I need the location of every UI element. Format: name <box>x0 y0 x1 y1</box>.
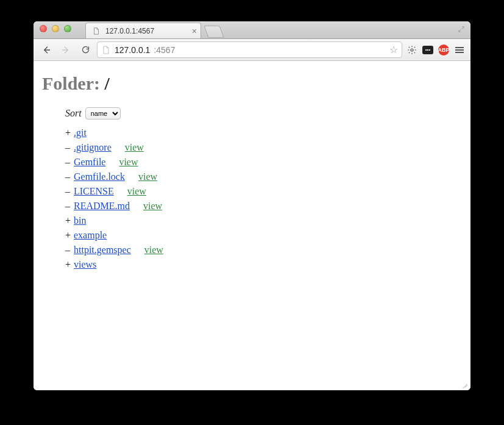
reload-icon <box>81 45 90 54</box>
type-symbol: – <box>65 140 74 155</box>
forward-button[interactable] <box>58 42 74 58</box>
type-symbol: + <box>65 126 74 140</box>
page-content: Folder: / Sort name +.git–.gitignoreview… <box>34 61 470 390</box>
file-link[interactable]: Gemfile <box>74 157 105 167</box>
file-link[interactable]: .gitignore <box>74 142 112 152</box>
resize-handle[interactable] <box>460 379 468 388</box>
sort-select[interactable]: name <box>85 107 121 120</box>
page-icon <box>92 27 101 35</box>
heading-path: / <box>104 73 109 93</box>
file-link[interactable]: bin <box>74 215 86 226</box>
url-host: 127.0.0.1 <box>115 45 150 55</box>
type-symbol: + <box>65 213 74 228</box>
type-symbol: + <box>65 228 74 243</box>
list-item: +bin <box>65 213 462 228</box>
menu-button[interactable] <box>453 44 466 56</box>
url-port: :4567 <box>154 45 175 55</box>
active-tab[interactable]: 127.0.0.1:4567 × <box>85 23 201 38</box>
type-symbol: – <box>65 199 74 213</box>
reload-button[interactable] <box>77 42 93 58</box>
abp-icon: ABP <box>438 45 449 55</box>
heading-prefix: Folder: <box>42 73 104 93</box>
view-link[interactable]: view <box>127 186 146 196</box>
file-link[interactable]: views <box>74 259 96 270</box>
sort-control: Sort name <box>65 107 462 120</box>
extension-settings-icon[interactable] <box>406 44 418 56</box>
new-tab-button[interactable] <box>204 26 224 38</box>
list-item: –Gemfile.lockview <box>65 170 462 184</box>
file-link[interactable]: Gemfile.lock <box>74 171 125 182</box>
view-link[interactable]: view <box>143 201 162 211</box>
list-item: +example <box>65 228 462 243</box>
hamburger-icon <box>455 46 464 54</box>
list-item: –Gemfileview <box>65 155 462 170</box>
svg-point-0 <box>411 49 413 51</box>
window-controls <box>40 25 71 32</box>
back-button[interactable] <box>38 42 54 58</box>
arrow-right-icon <box>61 45 71 55</box>
tab-strip: 127.0.0.1:4567 × <box>34 21 470 39</box>
list-item: –.gitignoreview <box>65 140 462 155</box>
file-list: +.git–.gitignoreview–Gemfileview–Gemfile… <box>65 126 462 272</box>
close-window-button[interactable] <box>40 25 47 32</box>
bookmark-star-icon[interactable]: ☆ <box>389 44 398 55</box>
page-icon <box>101 45 111 55</box>
view-link[interactable]: view <box>144 245 163 255</box>
list-item: +views <box>65 257 462 272</box>
type-symbol: – <box>65 243 74 257</box>
browser-window: 127.0.0.1:4567 × 127.0.0.1:4567 ☆ <box>34 21 470 390</box>
type-symbol: – <box>65 170 74 184</box>
view-link[interactable]: view <box>119 157 138 167</box>
toolbar: 127.0.0.1:4567 ☆ ••• ABP <box>34 39 470 61</box>
type-symbol: – <box>65 155 74 170</box>
file-link[interactable]: httpit.gemspec <box>74 245 131 255</box>
fullscreen-icon[interactable] <box>457 25 466 34</box>
close-tab-button[interactable]: × <box>192 27 197 35</box>
view-link[interactable]: view <box>125 142 144 152</box>
list-item: +.git <box>65 126 462 140</box>
extension-bb-icon[interactable]: ••• <box>422 44 434 56</box>
type-symbol: – <box>65 184 74 199</box>
list-item: –README.mdview <box>65 199 462 213</box>
arrow-left-icon <box>41 45 51 55</box>
zoom-window-button[interactable] <box>64 25 71 32</box>
address-bar[interactable]: 127.0.0.1:4567 ☆ <box>97 41 402 58</box>
sort-label: Sort <box>65 108 82 119</box>
minimize-window-button[interactable] <box>52 25 59 32</box>
list-item: –LICENSEview <box>65 184 462 199</box>
gear-icon <box>407 45 417 55</box>
file-link[interactable]: README.md <box>74 201 130 211</box>
file-link[interactable]: .git <box>74 127 87 138</box>
list-item: –httpit.gemspecview <box>65 243 462 257</box>
file-link[interactable]: example <box>74 230 107 240</box>
type-symbol: + <box>65 257 74 272</box>
view-link[interactable]: view <box>138 171 157 182</box>
tab-title: 127.0.0.1:4567 <box>105 27 154 35</box>
page-title: Folder: / <box>42 73 462 94</box>
extension-abp-icon[interactable]: ABP <box>438 44 450 56</box>
file-link[interactable]: LICENSE <box>74 186 114 196</box>
